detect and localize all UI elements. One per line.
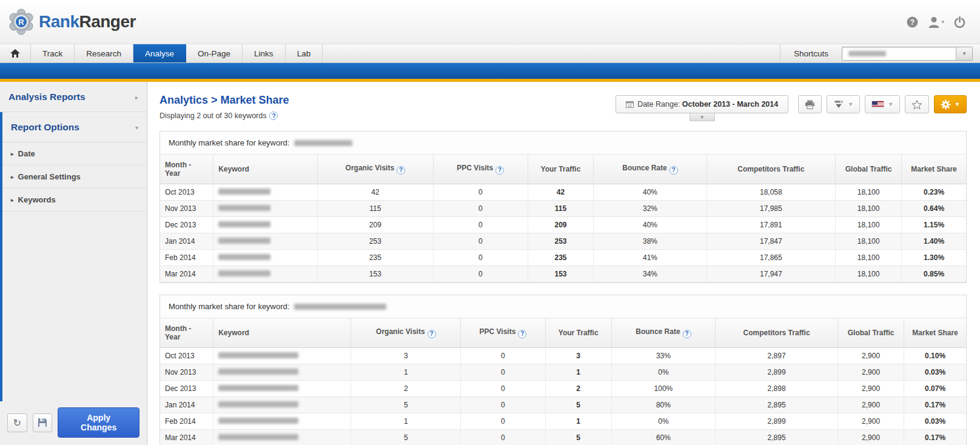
export-button[interactable]: ▼	[827, 95, 860, 113]
table-cell: 0	[434, 184, 528, 201]
redacted-keyword	[218, 221, 270, 227]
table-cell: 60%	[611, 430, 715, 446]
table-cell: 1.40%	[902, 233, 966, 250]
help-icon[interactable]	[683, 330, 691, 338]
help-icon[interactable]	[269, 112, 278, 120]
help-icon[interactable]: ?	[907, 16, 918, 28]
help-icon[interactable]	[397, 166, 405, 175]
nav-tabs: TrackResearchAnalyseOn-PageLinksLab	[31, 44, 323, 62]
sidebar-item-keywords[interactable]: ▸Keywords	[2, 189, 147, 212]
keyword-cell	[213, 430, 351, 446]
table-cell: 18,100	[836, 184, 902, 201]
tab-home[interactable]	[0, 44, 31, 62]
table-cell: 0%	[611, 413, 715, 430]
svg-text:R: R	[18, 18, 24, 27]
export-icon	[833, 100, 844, 109]
table-row: Dec 2013202100%2,8982,9000.07%	[160, 381, 966, 397]
table-row: Nov 20131010%2,8992,9000.03%	[160, 364, 966, 381]
tab-lab[interactable]: Lab	[286, 44, 323, 62]
help-icon[interactable]	[495, 166, 504, 175]
table-cell: 209	[528, 217, 594, 233]
analysis-reports-title: Analysis Reports	[8, 92, 86, 102]
save-button[interactable]	[33, 413, 53, 432]
chevron-down-icon[interactable]: ▾	[956, 47, 972, 60]
chevron-right-icon: ▸	[11, 151, 14, 157]
report-toolbar: Date Range: October 2013 - March 2014 ▼	[616, 95, 967, 113]
keyword-cell	[213, 413, 351, 430]
user-menu[interactable]: ▾	[928, 16, 944, 28]
column-header-bounce-rate: Bounce Rate	[594, 155, 706, 184]
table-cell: 0.23%	[902, 184, 966, 201]
refresh-button[interactable]: ↻	[7, 413, 27, 432]
redacted-shortcut-value	[848, 51, 886, 56]
help-icon[interactable]	[670, 166, 678, 175]
table-cell: 115	[317, 201, 433, 217]
user-icon	[928, 16, 940, 28]
chevron-down-icon: ▼	[848, 101, 853, 107]
market-share-tables: Monthly market share for keyword: Month …	[159, 131, 967, 445]
table-cell: Nov 2013	[160, 201, 213, 217]
redacted-keyword	[218, 254, 270, 260]
logo-text-rank: Rank	[39, 12, 79, 31]
table-cell: 100%	[611, 381, 715, 397]
table-cell: Nov 2013	[160, 364, 213, 381]
print-button[interactable]	[798, 95, 822, 113]
redacted-keyword	[218, 205, 270, 211]
chevron-right-icon: ▸	[11, 197, 14, 203]
column-header-month-year: Month - Year	[160, 155, 213, 184]
language-button[interactable]: ▼	[865, 95, 900, 113]
market-share-table: Monthly market share for keyword: Month …	[159, 295, 967, 445]
table-cell: 0	[434, 266, 528, 283]
home-icon	[10, 49, 20, 58]
help-icon[interactable]	[428, 330, 436, 338]
table-cell: 0.03%	[904, 413, 966, 430]
keyword-cell	[213, 201, 317, 217]
table-cell: 2,898	[716, 381, 838, 397]
sidebar-item-general-settings[interactable]: ▸General Settings	[2, 165, 147, 189]
apply-changes-button[interactable]: Apply Changes	[58, 407, 139, 438]
accent-band	[0, 63, 980, 82]
sidebar-item-report-options[interactable]: Report Options ▾	[2, 112, 147, 142]
tab-links[interactable]: Links	[243, 44, 286, 62]
table-row: Nov 2013115011532%17,98518,1000.64%	[160, 201, 966, 217]
table-cell: 17,985	[706, 201, 836, 217]
sidebar-item-analysis-reports[interactable]: Analysis Reports ▸	[0, 82, 147, 112]
table-row: Oct 201330333%2,8972,9000.10%	[160, 348, 966, 364]
table-cell: 2,899	[716, 364, 838, 381]
keyword-cell	[213, 364, 351, 381]
collapse-panel-handle[interactable]: ▼	[690, 113, 715, 121]
sidebar-item-date[interactable]: ▸Date	[2, 142, 147, 165]
table-cell: 18,058	[706, 184, 836, 201]
table-cell: 41%	[594, 250, 706, 266]
tab-on-page[interactable]: On-Page	[186, 44, 243, 62]
chevron-right-icon: ▸	[135, 94, 138, 101]
date-range-button[interactable]: Date Range: October 2013 - March 2014	[616, 95, 788, 113]
table-cell: 2,900	[838, 364, 904, 381]
table-cell: 18,100	[836, 266, 902, 283]
table-cell: Dec 2013	[160, 217, 213, 233]
brand-logo[interactable]: R RankRanger	[8, 8, 136, 36]
redacted-keyword	[218, 270, 270, 276]
table-header-row: Month - YearKeywordOrganic VisitsPPC Vis…	[160, 318, 966, 348]
table-cell: 1.15%	[902, 217, 966, 233]
sidebar-item-label: Keywords	[18, 195, 56, 204]
redacted-keyword	[294, 140, 352, 146]
table-header-row: Month - YearKeywordOrganic VisitsPPC Vis…	[160, 155, 966, 184]
settings-button[interactable]: ▼	[934, 95, 967, 113]
breadcrumb[interactable]: Analytics > Market Share	[159, 94, 289, 107]
help-icon[interactable]	[518, 330, 526, 338]
tab-analyse[interactable]: Analyse	[133, 44, 186, 62]
table-cell: 2,895	[716, 397, 838, 413]
table-cell: 32%	[594, 201, 706, 217]
favorite-button[interactable]	[905, 95, 929, 113]
tab-research[interactable]: Research	[75, 44, 133, 62]
table-cell: 2,900	[838, 413, 904, 430]
shortcuts-dropdown[interactable]: ▾	[842, 47, 973, 61]
table-cell: 5	[545, 430, 611, 446]
keyword-cell	[213, 397, 351, 413]
column-header-keyword: Keyword	[213, 318, 351, 348]
column-header-market-share: Market Share	[904, 318, 966, 348]
table-cell: 2,900	[838, 430, 904, 446]
power-icon[interactable]	[954, 16, 965, 28]
tab-track[interactable]: Track	[31, 44, 75, 62]
